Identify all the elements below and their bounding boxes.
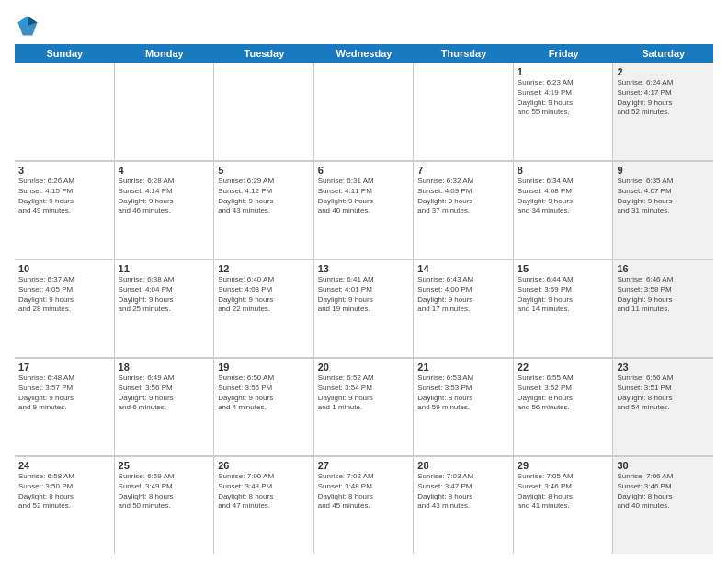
day-number: 27 <box>318 460 410 471</box>
day-cell-11: 11Sunrise: 6:38 AM Sunset: 4:04 PM Dayli… <box>115 259 215 357</box>
day-number: 2 <box>617 66 710 77</box>
day-cell-8: 8Sunrise: 6:34 AM Sunset: 4:08 PM Daylig… <box>514 161 614 259</box>
day-info: Sunrise: 7:06 AM Sunset: 3:46 PM Dayligh… <box>617 472 710 511</box>
calendar-row-5: 24Sunrise: 6:58 AM Sunset: 3:50 PM Dayli… <box>15 456 713 554</box>
day-cell-28: 28Sunrise: 7:03 AM Sunset: 3:47 PM Dayli… <box>414 456 514 554</box>
calendar-header: SundayMondayTuesdayWednesdayThursdayFrid… <box>15 44 713 63</box>
header-day-wednesday: Wednesday <box>314 44 415 63</box>
day-number: 30 <box>617 460 710 471</box>
day-info: Sunrise: 6:32 AM Sunset: 4:09 PM Dayligh… <box>417 177 509 216</box>
day-cell-24: 24Sunrise: 6:58 AM Sunset: 3:50 PM Dayli… <box>15 456 115 554</box>
header-day-sunday: Sunday <box>15 44 115 63</box>
calendar-row-1: 1Sunrise: 6:23 AM Sunset: 4:19 PM Daylig… <box>15 63 713 161</box>
day-number: 23 <box>617 362 710 373</box>
day-number: 11 <box>119 263 210 274</box>
header-day-monday: Monday <box>115 44 215 63</box>
day-number: 1 <box>518 66 609 77</box>
day-number: 18 <box>119 362 210 373</box>
empty-cell-0-2 <box>214 63 314 160</box>
day-cell-21: 21Sunrise: 6:53 AM Sunset: 3:53 PM Dayli… <box>414 358 514 455</box>
day-cell-7: 7Sunrise: 6:32 AM Sunset: 4:09 PM Daylig… <box>414 161 514 259</box>
day-info: Sunrise: 7:02 AM Sunset: 3:48 PM Dayligh… <box>318 472 410 511</box>
day-cell-3: 3Sunrise: 6:26 AM Sunset: 4:15 PM Daylig… <box>15 161 115 259</box>
header-day-tuesday: Tuesday <box>214 44 314 63</box>
day-number: 22 <box>518 362 609 373</box>
day-cell-19: 19Sunrise: 6:50 AM Sunset: 3:55 PM Dayli… <box>214 358 314 455</box>
day-cell-10: 10Sunrise: 6:37 AM Sunset: 4:05 PM Dayli… <box>15 259 115 357</box>
day-info: Sunrise: 6:23 AM Sunset: 4:19 PM Dayligh… <box>518 78 609 118</box>
day-cell-1: 1Sunrise: 6:23 AM Sunset: 4:19 PM Daylig… <box>514 63 614 160</box>
day-info: Sunrise: 6:34 AM Sunset: 4:08 PM Dayligh… <box>518 177 609 216</box>
day-number: 20 <box>318 362 410 373</box>
day-number: 4 <box>119 165 210 176</box>
day-info: Sunrise: 6:26 AM Sunset: 4:15 PM Dayligh… <box>18 177 110 216</box>
day-cell-27: 27Sunrise: 7:02 AM Sunset: 3:48 PM Dayli… <box>314 456 415 554</box>
logo <box>15 13 44 39</box>
day-number: 29 <box>518 460 609 471</box>
day-info: Sunrise: 6:46 AM Sunset: 3:58 PM Dayligh… <box>617 275 710 315</box>
header-day-thursday: Thursday <box>414 44 514 63</box>
day-cell-30: 30Sunrise: 7:06 AM Sunset: 3:46 PM Dayli… <box>613 456 713 554</box>
day-number: 24 <box>18 460 110 471</box>
day-cell-26: 26Sunrise: 7:00 AM Sunset: 3:48 PM Dayli… <box>214 456 314 554</box>
day-info: Sunrise: 6:24 AM Sunset: 4:17 PM Dayligh… <box>617 78 710 118</box>
day-cell-22: 22Sunrise: 6:55 AM Sunset: 3:52 PM Dayli… <box>514 358 614 455</box>
empty-cell-0-1 <box>115 63 215 160</box>
day-info: Sunrise: 6:58 AM Sunset: 3:50 PM Dayligh… <box>18 472 110 511</box>
day-info: Sunrise: 6:52 AM Sunset: 3:54 PM Dayligh… <box>318 373 410 413</box>
day-info: Sunrise: 6:35 AM Sunset: 4:07 PM Dayligh… <box>617 177 710 216</box>
day-info: Sunrise: 7:05 AM Sunset: 3:46 PM Dayligh… <box>518 472 609 511</box>
day-info: Sunrise: 6:40 AM Sunset: 4:03 PM Dayligh… <box>218 275 310 315</box>
day-cell-6: 6Sunrise: 6:31 AM Sunset: 4:11 PM Daylig… <box>314 161 415 259</box>
day-info: Sunrise: 6:56 AM Sunset: 3:51 PM Dayligh… <box>617 373 710 413</box>
calendar-row-4: 17Sunrise: 6:48 AM Sunset: 3:57 PM Dayli… <box>15 358 713 456</box>
day-number: 19 <box>218 362 310 373</box>
day-number: 3 <box>18 165 110 176</box>
day-cell-14: 14Sunrise: 6:43 AM Sunset: 4:00 PM Dayli… <box>414 259 514 357</box>
day-number: 25 <box>119 460 210 471</box>
day-info: Sunrise: 6:29 AM Sunset: 4:12 PM Dayligh… <box>218 177 310 216</box>
day-number: 28 <box>417 460 509 471</box>
empty-cell-0-0 <box>15 63 115 160</box>
day-cell-18: 18Sunrise: 6:49 AM Sunset: 3:56 PM Dayli… <box>115 358 215 455</box>
day-number: 8 <box>518 165 609 176</box>
calendar-row-2: 3Sunrise: 6:26 AM Sunset: 4:15 PM Daylig… <box>15 161 713 259</box>
day-number: 9 <box>617 165 710 176</box>
day-number: 5 <box>218 165 310 176</box>
empty-cell-0-4 <box>414 63 514 160</box>
day-info: Sunrise: 6:28 AM Sunset: 4:14 PM Dayligh… <box>119 177 210 216</box>
day-info: Sunrise: 6:43 AM Sunset: 4:00 PM Dayligh… <box>417 275 509 315</box>
empty-cell-0-3 <box>314 63 415 160</box>
day-number: 21 <box>417 362 509 373</box>
day-number: 17 <box>18 362 110 373</box>
day-number: 12 <box>218 263 310 274</box>
calendar-row-3: 10Sunrise: 6:37 AM Sunset: 4:05 PM Dayli… <box>15 259 713 358</box>
calendar: SundayMondayTuesdayWednesdayThursdayFrid… <box>15 44 713 554</box>
logo-icon <box>15 13 40 39</box>
header <box>15 9 713 39</box>
day-cell-12: 12Sunrise: 6:40 AM Sunset: 4:03 PM Dayli… <box>214 259 314 357</box>
day-cell-5: 5Sunrise: 6:29 AM Sunset: 4:12 PM Daylig… <box>214 161 314 259</box>
calendar-body: 1Sunrise: 6:23 AM Sunset: 4:19 PM Daylig… <box>15 63 713 554</box>
day-cell-23: 23Sunrise: 6:56 AM Sunset: 3:51 PM Dayli… <box>613 358 713 455</box>
day-number: 13 <box>318 263 410 274</box>
day-info: Sunrise: 7:00 AM Sunset: 3:48 PM Dayligh… <box>218 472 310 511</box>
day-cell-2: 2Sunrise: 6:24 AM Sunset: 4:17 PM Daylig… <box>613 63 713 160</box>
day-info: Sunrise: 6:59 AM Sunset: 3:49 PM Dayligh… <box>119 472 210 511</box>
day-cell-25: 25Sunrise: 6:59 AM Sunset: 3:49 PM Dayli… <box>115 456 215 554</box>
day-number: 26 <box>218 460 310 471</box>
day-info: Sunrise: 6:55 AM Sunset: 3:52 PM Dayligh… <box>518 373 609 413</box>
day-info: Sunrise: 7:03 AM Sunset: 3:47 PM Dayligh… <box>417 472 509 511</box>
day-number: 10 <box>18 263 110 274</box>
day-cell-29: 29Sunrise: 7:05 AM Sunset: 3:46 PM Dayli… <box>514 456 614 554</box>
day-cell-20: 20Sunrise: 6:52 AM Sunset: 3:54 PM Dayli… <box>314 358 415 455</box>
day-number: 16 <box>617 263 710 274</box>
day-info: Sunrise: 6:49 AM Sunset: 3:56 PM Dayligh… <box>119 373 210 413</box>
header-day-friday: Friday <box>514 44 614 63</box>
day-number: 7 <box>417 165 509 176</box>
day-info: Sunrise: 6:41 AM Sunset: 4:01 PM Dayligh… <box>318 275 410 315</box>
day-cell-16: 16Sunrise: 6:46 AM Sunset: 3:58 PM Dayli… <box>613 259 713 357</box>
day-number: 15 <box>518 263 609 274</box>
day-cell-17: 17Sunrise: 6:48 AM Sunset: 3:57 PM Dayli… <box>15 358 115 455</box>
day-cell-15: 15Sunrise: 6:44 AM Sunset: 3:59 PM Dayli… <box>514 259 614 357</box>
